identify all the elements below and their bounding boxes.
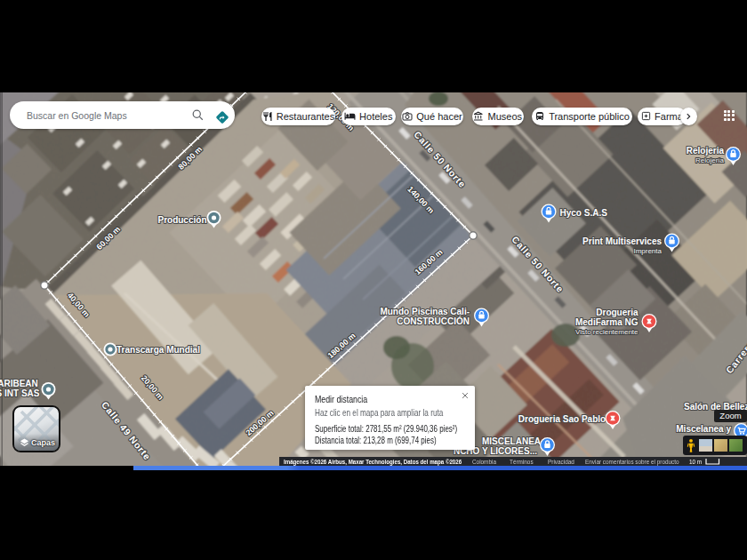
svg-text:Imprenta: Imprenta [633,247,662,255]
svg-text:Relojería: Relojería [695,156,725,164]
svg-text:Mundo Piscinas Cali-: Mundo Piscinas Cali- [380,307,470,316]
svg-text:Drogueria Sao Pablo: Drogueria Sao Pablo [518,414,606,424]
svg-text:Miscelanea y: Miscelanea y [676,424,731,434]
svg-text:Print Multiservices: Print Multiservices [582,236,662,246]
svg-text:Producción: Producción [157,215,206,225]
svg-text:MISCELANEA: MISCELANEA [482,436,541,446]
svg-text:MediFarma NG: MediFarma NG [575,317,639,327]
svg-text:Visto recientemente: Visto recientemente [575,328,639,336]
svg-text:S INT SAS: S INT SAS [0,388,40,398]
svg-text:Relojeria: Relojeria [687,146,725,156]
svg-text:Transcarga Mundial: Transcarga Mundial [116,345,200,355]
svg-text:Hyco S.A.S: Hyco S.A.S [560,208,608,218]
svg-text:Drogueria: Drogueria [596,308,639,317]
svg-text:CONSTRUCCIÓN: CONSTRUCCIÓN [397,316,470,326]
svg-text:ARIBEAN: ARIBEAN [0,379,38,388]
